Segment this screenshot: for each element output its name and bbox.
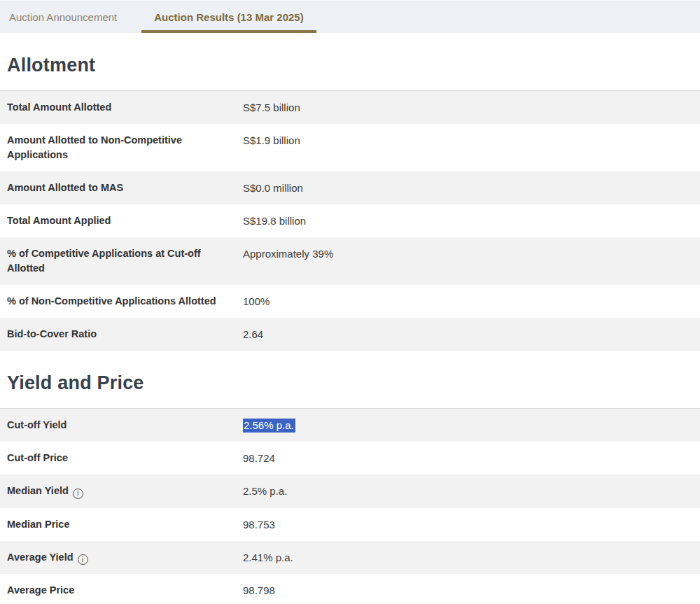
table-row: Total Amount Applied S$19.8 billion (0, 204, 700, 237)
row-label: Bid-to-Cover Ratio (0, 318, 243, 351)
row-label: % of Competitive Applications at Cut-off… (0, 237, 243, 285)
row-value: 100% (243, 285, 700, 318)
row-label: Median Price (0, 508, 243, 541)
table-row: Cut-off Yield 2.56% p.a. (0, 409, 700, 442)
row-label: Average Yieldi (0, 541, 243, 575)
row-label: Cut-off Yield (0, 409, 243, 442)
table-row: Average Yieldi 2.41% p.a. (0, 541, 700, 575)
row-label: Amount Allotted to MAS (0, 171, 243, 204)
info-icon[interactable]: i (78, 554, 88, 565)
row-value: Approximately 39% (243, 237, 700, 285)
row-value: S$0.0 million (243, 171, 700, 204)
section-title-yield-and-price: Yield and Price (7, 370, 693, 395)
table-row: Cut-off Price 98.724 (0, 442, 700, 475)
table-row: Average Price 98.798 (0, 574, 700, 604)
table-row: % of Competitive Applications at Cut-off… (0, 237, 700, 285)
row-label: Cut-off Price (0, 442, 243, 475)
row-value: S$7.5 billion (243, 91, 700, 124)
section-title-allotment: Allotment (7, 52, 693, 78)
yield-price-table: Cut-off Yield 2.56% p.a. Cut-off Price 9… (0, 408, 700, 604)
row-value: 2.64 (243, 318, 700, 351)
row-value: 2.56% p.a. (243, 409, 700, 442)
row-value: 98.724 (243, 442, 700, 475)
row-label: Total Amount Applied (0, 204, 243, 237)
row-label-text: Median Yield (7, 485, 69, 496)
row-value: 2.41% p.a. (243, 541, 700, 575)
info-icon[interactable]: i (73, 489, 83, 499)
table-row: Median Yieldi 2.5% p.a. (0, 475, 700, 508)
row-label: Total Amount Allotted (0, 91, 243, 124)
row-value: S$19.8 billion (243, 204, 700, 237)
row-value: 2.5% p.a. (243, 475, 700, 508)
row-value: S$1.9 billion (243, 124, 700, 171)
selected-cutoff-yield-value[interactable]: 2.56% p.a. (243, 419, 295, 433)
allotment-table: Total Amount Allotted S$7.5 billion Amou… (0, 90, 700, 351)
tab-bar: Auction Announcement Auction Results (13… (0, 0, 700, 33)
row-label: % of Non-Competitive Applications Allott… (0, 285, 243, 318)
tab-auction-announcement[interactable]: Auction Announcement (0, 1, 126, 33)
table-row: Amount Allotted to MAS S$0.0 million (0, 171, 700, 204)
row-label: Amount Allotted to Non-Competitive Appli… (0, 124, 243, 171)
table-row: Bid-to-Cover Ratio 2.64 (0, 318, 700, 351)
row-label: Average Price (0, 574, 243, 604)
row-label-text: Average Yield (7, 552, 74, 563)
table-row: % of Non-Competitive Applications Allott… (0, 285, 700, 318)
table-row: Median Price 98.753 (0, 508, 700, 541)
tab-auction-results[interactable]: Auction Results (13 Mar 2025) (141, 1, 316, 33)
table-row: Amount Allotted to Non-Competitive Appli… (0, 124, 700, 171)
row-label: Median Yieldi (0, 475, 243, 508)
table-row: Total Amount Allotted S$7.5 billion (0, 91, 700, 124)
row-value: 98.798 (243, 574, 700, 604)
row-value: 98.753 (243, 508, 700, 541)
